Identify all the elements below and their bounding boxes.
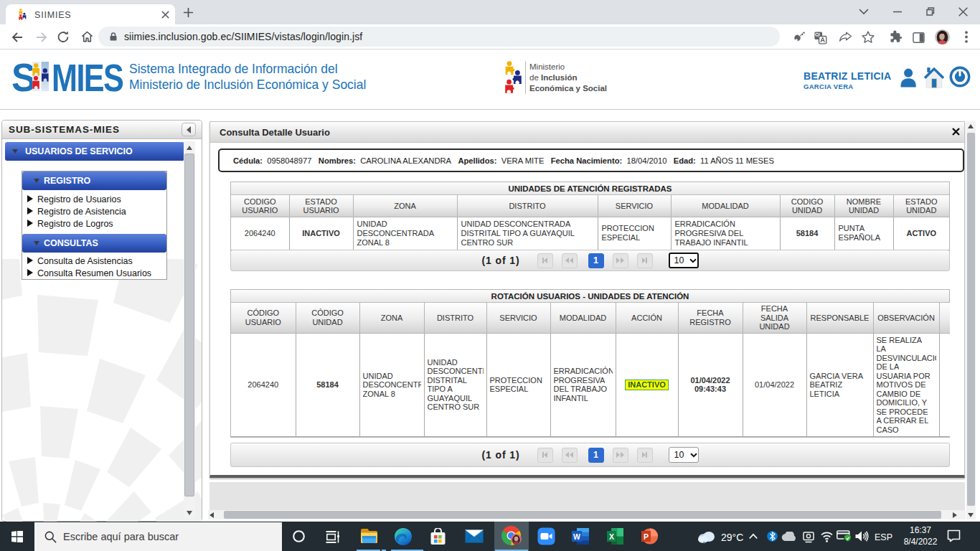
svg-text:P: P bbox=[644, 532, 649, 541]
svg-text:X: X bbox=[609, 532, 614, 541]
svg-text:W: W bbox=[573, 532, 580, 541]
